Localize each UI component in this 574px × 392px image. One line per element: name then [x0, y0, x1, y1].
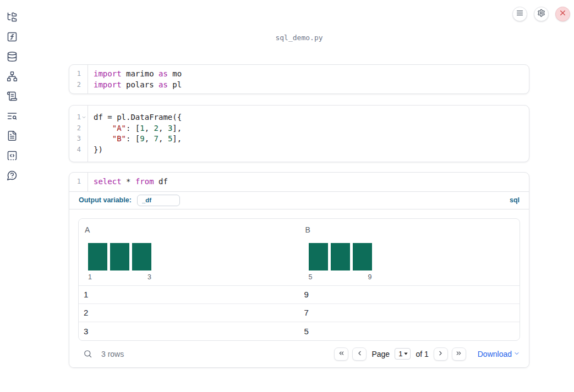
table-body: 192735	[79, 286, 520, 340]
outline-button[interactable]	[7, 151, 18, 162]
download-button[interactable]: Download	[478, 350, 520, 358]
chevron-down-icon	[513, 350, 520, 358]
notebook-controls	[512, 7, 570, 21]
histogram-bar	[331, 243, 350, 270]
scroll-icon	[7, 91, 18, 104]
download-label: Download	[478, 350, 512, 358]
pagination: Page 1 of 1 Download	[334, 347, 520, 361]
code-line: df = pl.DataFrame({	[88, 112, 529, 123]
code-editor[interactable]: 1 select * from df	[69, 173, 529, 191]
shutdown-button[interactable]	[555, 7, 570, 21]
file-explorer-button[interactable]	[7, 13, 18, 24]
table-cell: 5	[299, 327, 520, 336]
column-header-a[interactable]: A 1 3	[79, 219, 299, 285]
settings-button[interactable]	[534, 7, 549, 21]
code-content: select * from df	[88, 173, 529, 191]
chevron-down-icon	[403, 350, 408, 358]
help-button[interactable]	[7, 171, 18, 182]
column-header-b[interactable]: B 5 9	[299, 219, 520, 285]
output-variable-label: Output variable:	[79, 196, 132, 204]
help-chat-icon	[7, 170, 18, 183]
column-histogram: 5 9	[309, 243, 372, 281]
file-text-icon	[7, 130, 18, 143]
code-line: })	[88, 145, 529, 156]
table-row: 19	[79, 286, 520, 304]
cell-output: A 1 3 B 5 9	[69, 209, 529, 368]
scratchpad-button[interactable]	[7, 32, 18, 43]
gear-icon	[537, 9, 545, 19]
histogram-bar	[88, 243, 107, 270]
hist-max-label: 3	[147, 273, 151, 281]
folder-tree-icon	[7, 12, 18, 25]
menu-button[interactable]	[512, 7, 527, 21]
histogram-bar	[353, 243, 372, 270]
helper-panel-sidebar	[0, 0, 24, 392]
sql-options-row: Output variable: sql	[69, 192, 529, 209]
code-square-icon	[7, 150, 18, 163]
language-badge: sql	[510, 196, 520, 204]
first-page-button[interactable]	[334, 347, 348, 361]
datasources-button[interactable]	[7, 52, 18, 63]
histogram-axis-labels: 1 3	[88, 273, 151, 281]
fold-spacer	[81, 147, 86, 152]
code-content: import marimo as moimport polars as pl	[88, 65, 529, 94]
snippets-button[interactable]	[7, 131, 18, 142]
close-icon	[559, 9, 567, 19]
gutter-line: 1	[69, 69, 88, 80]
line-number-gutter: 1234	[69, 106, 88, 162]
histogram-axis-labels: 5 9	[309, 273, 372, 281]
page-label: Page	[371, 350, 390, 358]
code-line: import marimo as mo	[88, 69, 529, 80]
page-select-value: 1	[398, 350, 402, 358]
function-square-icon	[7, 31, 18, 45]
output-variable-input[interactable]	[137, 195, 180, 206]
gutter-line: 3	[69, 134, 88, 145]
code-content: df = pl.DataFrame({ "A": [1, 2, 3], "B":…	[88, 106, 529, 162]
code-editor[interactable]: 1234 df = pl.DataFrame({ "A": [1, 2, 3],…	[69, 106, 529, 162]
table-cell: 1	[79, 290, 299, 299]
table-header: A 1 3 B 5 9	[79, 219, 520, 286]
gutter-line: 4	[69, 145, 88, 156]
last-page-button[interactable]	[452, 347, 466, 361]
chevron-left-icon	[356, 349, 363, 359]
cell-dataframe: 1234 df = pl.DataFrame({ "A": [1, 2, 3],…	[69, 105, 529, 162]
hist-min-label: 1	[88, 273, 92, 281]
logs-button[interactable]	[7, 92, 18, 103]
documentation-button[interactable]	[7, 112, 18, 123]
code-line: "B": [9, 7, 5],	[88, 134, 529, 145]
previous-page-button[interactable]	[352, 347, 367, 361]
database-icon	[7, 51, 18, 64]
table-cell: 2	[79, 308, 299, 317]
search-icon[interactable]	[83, 349, 92, 358]
histogram-bars	[309, 243, 372, 270]
fold-spacer	[81, 136, 86, 142]
code-editor[interactable]: 12 import marimo as moimport polars as p…	[69, 65, 529, 94]
chevrons-right-icon	[455, 349, 462, 359]
code-line: import polars as pl	[88, 80, 529, 91]
fold-spacer	[81, 179, 86, 185]
notebook-filename: sql_demo.py	[24, 34, 574, 42]
table-row: 35	[79, 322, 520, 340]
table-cell: 7	[299, 308, 520, 317]
fold-chevron-icon[interactable]	[81, 115, 86, 120]
dependency-graph-button[interactable]	[7, 72, 18, 83]
chevron-right-icon	[437, 349, 444, 359]
table-cell: 9	[299, 290, 520, 299]
histogram-bars	[88, 243, 151, 270]
next-page-button[interactable]	[434, 347, 448, 361]
fold-spacer	[81, 125, 86, 131]
table-cell: 3	[79, 327, 299, 336]
cell-imports: 12 import marimo as moimport polars as p…	[69, 64, 529, 94]
column-name: B	[305, 225, 520, 234]
page-select[interactable]: 1	[395, 348, 411, 360]
menu-icon	[516, 9, 524, 19]
text-search-icon	[7, 111, 18, 124]
table-row: 27	[79, 304, 520, 322]
table-footer: 3 rows Page 1 of 1	[78, 345, 520, 363]
code-line: "A": [1, 2, 3],	[88, 123, 529, 134]
gutter-line: 2	[69, 123, 88, 134]
hist-max-label: 9	[368, 273, 372, 281]
code-line: select * from df	[88, 176, 529, 187]
dataframe-table: A 1 3 B 5 9	[78, 218, 520, 341]
column-histogram: 1 3	[88, 243, 151, 281]
